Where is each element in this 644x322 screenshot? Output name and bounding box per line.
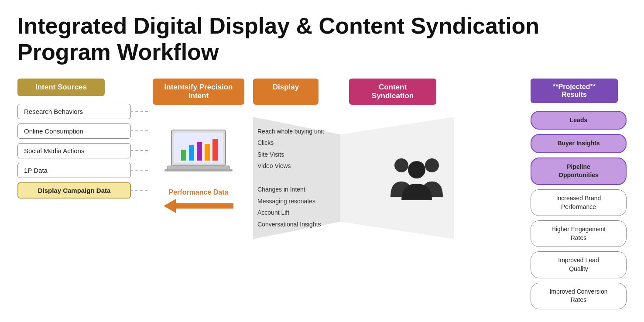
display-text-conversational: Conversational Insights	[257, 219, 353, 230]
intent-sources-header: Intent Sources	[17, 79, 105, 96]
result-item-buyer-insights: Buyer Insights	[531, 134, 627, 153]
svg-point-13	[425, 158, 439, 172]
intentsify-header: Intentsify Precision Intent	[153, 79, 244, 105]
svg-point-14	[408, 161, 425, 178]
intent-item-display-campaign: Display Campaign Data	[17, 182, 131, 199]
display-text-intent: Changes in Intent	[257, 184, 353, 195]
display-text-clicks: Clicks	[257, 137, 345, 149]
result-item-leads: Leads	[531, 111, 627, 130]
svg-rect-2	[181, 150, 186, 161]
display-text-reach: Reach whole buying unit	[257, 126, 345, 137]
display-header: Display	[253, 79, 319, 105]
display-top-text: Reach whole buying unit Clicks Site Visi…	[257, 126, 345, 172]
result-item-conversion-rates: Improved Conversion Rates	[531, 283, 627, 309]
intent-sources-column: Intent Sources Research Behaviors Online…	[17, 79, 131, 199]
result-item-lead-quality: Improved Lead Quality	[531, 251, 627, 278]
display-trapezoid: Reach whole buying unit Clicks Site Visi…	[253, 117, 454, 239]
svg-rect-5	[205, 144, 210, 161]
page-title: Integrated Digital Display & Content Syn…	[17, 13, 627, 65]
result-item-pipeline: Pipeline Opportunities	[531, 158, 627, 185]
svg-rect-7	[167, 166, 230, 169]
performance-data-label: Performance Data	[169, 188, 229, 196]
performance-arrow	[164, 199, 233, 213]
laptop-illustration	[164, 126, 233, 180]
display-syndication-area: Display Content Syndication Reach whole …	[253, 79, 526, 239]
result-item-engagement-rates: Higher Engagement Rates	[531, 220, 627, 247]
results-header: **Projected** Results	[531, 79, 618, 103]
svg-rect-6	[212, 139, 218, 161]
svg-rect-4	[197, 142, 202, 161]
svg-point-12	[394, 158, 408, 172]
syndication-header: Content Syndication	[349, 79, 436, 105]
display-text-video: Video Views	[257, 160, 345, 172]
intent-item-online: Online Consumption	[17, 123, 131, 139]
svg-rect-8	[164, 169, 233, 171]
intent-items-list: Research Behaviors Online Consumption So…	[17, 104, 131, 199]
display-bottom-text: Changes in Intent Messaging resonates Ac…	[257, 184, 353, 230]
result-item-brand-performance: Increased Brand Performance	[531, 189, 627, 216]
intent-item-1p: 1P Data	[17, 163, 131, 178]
display-text-lift: Account Lift	[257, 207, 353, 219]
intent-item-research: Research Behaviors	[17, 104, 131, 119]
display-text-messaging: Messaging resonates	[257, 195, 353, 207]
performance-data-section: Performance Data	[164, 188, 233, 213]
svg-rect-3	[189, 145, 194, 161]
people-illustration	[388, 153, 445, 203]
results-column: **Projected** Results Leads Buyer Insigh…	[531, 79, 627, 309]
intentsify-column: Intentsify Precision Intent Performance …	[153, 79, 244, 213]
svg-marker-9	[164, 199, 233, 213]
display-text-visits: Site Visits	[257, 149, 345, 161]
result-items-list: Leads Buyer Insights Pipeline Opportunit…	[531, 111, 627, 309]
intent-item-social: Social Media Actions	[17, 143, 131, 158]
display-syn-headers: Display Content Syndication	[253, 79, 526, 113]
workflow-diagram: Intent Sources Research Behaviors Online…	[17, 79, 627, 309]
